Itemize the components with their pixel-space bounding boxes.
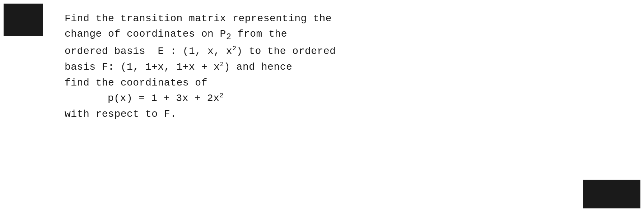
- line-4: basis F: (1, 1+x, 1+x + x2) and hence: [65, 59, 336, 75]
- problem-content: Find the transition matrix representing …: [65, 11, 336, 122]
- line-3: ordered basis E : (1, x, x2) to the orde…: [65, 43, 336, 59]
- line-2: change of coordinates on P2 from the: [65, 26, 336, 43]
- line-6-formula: p(x) = 1 + 3x + 2x2: [108, 91, 336, 106]
- page-container: Find the transition matrix representing …: [0, 0, 644, 212]
- line-5: find the coordinates of: [65, 75, 336, 91]
- redaction-top-left: [4, 4, 43, 36]
- line-1: Find the transition matrix representing …: [65, 11, 336, 26]
- line-7: with respect to F.: [65, 106, 336, 122]
- redaction-bottom-right: [583, 180, 640, 208]
